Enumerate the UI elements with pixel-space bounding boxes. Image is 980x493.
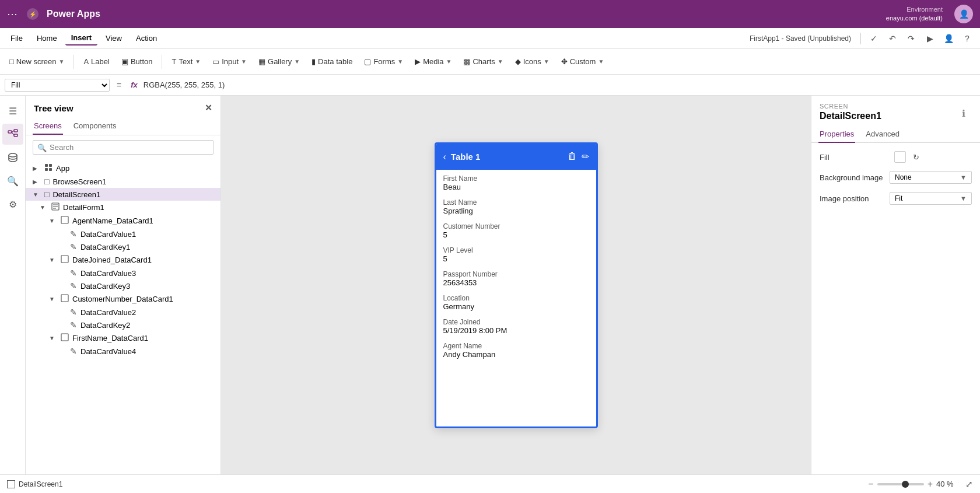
expand-browse[interactable]: ▶ — [33, 179, 42, 185]
canvas-area[interactable]: ‹ Table 1 🗑 ✏ First Name Beau Last Name … — [221, 96, 811, 474]
right-panel-header: SCREEN DetailScreen1 ℹ — [811, 96, 980, 121]
pos-caret-icon: ▼ — [960, 195, 967, 202]
expand-fname[interactable]: ▼ — [49, 335, 58, 341]
edit-pencil-icon[interactable]: ✏ — [582, 151, 589, 162]
image-position-select[interactable]: Fit ▼ — [890, 192, 972, 205]
menu-home[interactable]: Home — [31, 32, 63, 45]
sidebar-settings-icon[interactable]: ⚙ — [2, 194, 23, 215]
label-button[interactable]: A Label — [79, 55, 114, 68]
expand-date[interactable]: ▼ — [49, 257, 58, 263]
fill-swatch[interactable] — [894, 151, 906, 163]
edit3-icon: ✎ — [70, 268, 77, 278]
expand-app[interactable]: ▶ — [33, 165, 42, 172]
fullscreen-icon[interactable]: ⤢ — [965, 479, 973, 489]
tree-item-datejoined-card[interactable]: ▼ DateJoined_DataCard1 — [26, 253, 220, 267]
tree-close-icon[interactable]: ✕ — [205, 103, 212, 113]
sidebar-treeview-icon[interactable] — [2, 124, 23, 145]
delete-icon[interactable]: 🗑 — [568, 151, 577, 162]
undo-icon[interactable]: ↶ — [884, 30, 901, 47]
caret-icon: ▼ — [59, 58, 65, 65]
svg-rect-19 — [61, 334, 68, 341]
tab-screens[interactable]: Screens — [33, 118, 63, 135]
tree-item-firstname-card[interactable]: ▼ FirstName_DataCard1 — [26, 331, 220, 345]
tree-item-agentname-card[interactable]: ▼ AgentName_DataCard1 — [26, 214, 220, 228]
user-avatar[interactable]: 👤 — [954, 5, 973, 23]
field-customernumber: Customer Number 5 — [443, 222, 589, 239]
expand-agent[interactable]: ▼ — [49, 218, 58, 224]
help-icon[interactable]: ? — [959, 30, 975, 47]
tree-item-cardkey1[interactable]: ▶ ✎ DataCardKey1 — [26, 240, 220, 253]
gallery-button[interactable]: ▦ Gallery ▼ — [254, 55, 304, 68]
back-button[interactable]: ‹ — [443, 152, 446, 162]
background-image-row: Background image None ▼ — [820, 171, 972, 184]
menu-view[interactable]: View — [100, 32, 128, 45]
zoom-slider-thumb[interactable] — [902, 481, 909, 488]
menu-action[interactable]: Action — [130, 32, 163, 45]
sidebar-data-icon[interactable] — [2, 147, 23, 168]
fill-refresh-icon[interactable]: ↻ — [913, 153, 919, 162]
zoom-plus-button[interactable]: + — [928, 479, 933, 489]
tree-label-fnamecard: FirstName_DataCard1 — [72, 334, 216, 342]
edit6-icon: ✎ — [70, 320, 77, 330]
custom-button[interactable]: ✥ Custom ▼ — [556, 55, 609, 68]
svg-rect-8 — [45, 164, 48, 167]
settings-info-icon[interactable]: ℹ — [956, 105, 972, 121]
forms-button[interactable]: ▢ Forms ▼ — [359, 55, 408, 68]
rp-tab-properties[interactable]: Properties — [818, 126, 855, 143]
tree-item-cardkey3[interactable]: ▶ ✎ DataCardKey3 — [26, 279, 220, 292]
rp-tab-advanced[interactable]: Advanced — [864, 126, 901, 143]
tree-item-detailform1[interactable]: ▼ DetailForm1 — [26, 201, 220, 214]
new-screen-button[interactable]: □ New screen ▼ — [5, 55, 69, 68]
charts-caret: ▼ — [498, 58, 503, 65]
tree-item-detailscreen1[interactable]: ▼ □ DetailScreen1 ⋯ — [26, 188, 220, 201]
media-caret: ▼ — [446, 58, 452, 65]
tree-search-input[interactable] — [33, 140, 214, 155]
background-image-select[interactable]: None ▼ — [890, 171, 972, 184]
tree-item-cardvalue4[interactable]: ▶ ✎ DataCardValue4 — [26, 345, 220, 358]
expand-form[interactable]: ▼ — [40, 204, 49, 211]
tree-label-cv1: DataCardValue1 — [80, 230, 216, 239]
tree-label-form: DetailForm1 — [63, 203, 216, 212]
image-position-row: Image position Fit ▼ — [820, 192, 972, 205]
tree-label-cv3: DataCardValue3 — [80, 269, 216, 278]
zoom-minus-button[interactable]: − — [868, 479, 873, 489]
user-icon[interactable]: 👤 — [940, 30, 957, 47]
check-icon[interactable]: ✓ — [866, 30, 882, 47]
charts-button[interactable]: ▩ Charts ▼ — [459, 55, 508, 68]
formula-input[interactable] — [144, 81, 975, 89]
tree-item-browsescreen1[interactable]: ▶ □ BrowseScreen1 — [26, 175, 220, 188]
menu-insert[interactable]: Insert — [65, 31, 97, 46]
grid-icon[interactable]: ⋯ — [7, 8, 18, 20]
screen-square-icon — [7, 480, 15, 488]
field-datejoined: Date Joined 5/19/2019 8:00 PM — [443, 318, 589, 335]
text-button[interactable]: T Text ▼ — [167, 55, 205, 68]
tree-item-cardkey2[interactable]: ▶ ✎ DataCardKey2 — [26, 319, 220, 331]
svg-rect-16 — [61, 216, 68, 223]
tree-item-cardvalue1[interactable]: ▶ ✎ DataCardValue1 — [26, 228, 220, 240]
play-icon[interactable]: ▶ — [922, 30, 938, 47]
button-button[interactable]: ▣ Button — [117, 55, 158, 68]
datatable-button[interactable]: ▮ Data table — [307, 55, 357, 68]
expand-cust[interactable]: ▼ — [49, 296, 58, 302]
zoom-controls: − + 40 % ⤢ — [868, 479, 973, 489]
fill-select[interactable]: Fill — [5, 79, 110, 92]
icons-button[interactable]: ◆ Icons ▼ — [510, 55, 554, 68]
screen2-icon: □ — [44, 190, 49, 199]
redo-icon[interactable]: ↷ — [903, 30, 919, 47]
tree-item-cardvalue3[interactable]: ▶ ✎ DataCardValue3 — [26, 267, 220, 279]
tree-item-customernumber-card[interactable]: ▼ CustomerNumber_DataCard1 — [26, 292, 220, 306]
tree-item-cardvalue2[interactable]: ▶ ✎ DataCardValue2 — [26, 306, 220, 319]
sidebar-menu-icon[interactable]: ☰ — [2, 100, 23, 121]
field-firstname: First Name Beau — [443, 174, 589, 191]
zoom-slider[interactable] — [877, 483, 924, 485]
text-caret: ▼ — [195, 58, 201, 65]
sidebar-search-icon[interactable]: 🔍 — [2, 170, 23, 191]
expand-detail[interactable]: ▼ — [33, 191, 42, 198]
bg-caret-icon: ▼ — [960, 174, 967, 181]
tab-components[interactable]: Components — [72, 118, 118, 135]
tree-item-app[interactable]: ▶ App — [26, 162, 220, 175]
menu-file[interactable]: File — [5, 32, 29, 45]
input-button[interactable]: ▭ Input ▼ — [208, 55, 251, 68]
media-button[interactable]: ▶ Media ▼ — [410, 55, 456, 68]
table-title: Table 1 — [451, 152, 563, 162]
